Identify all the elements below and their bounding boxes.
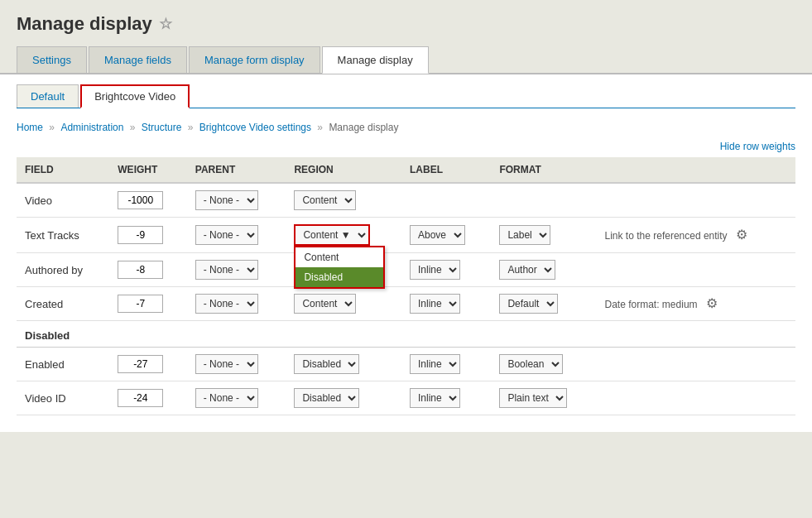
breadcrumb-sep-4: » — [317, 122, 325, 133]
region-select-created[interactable]: Content — [294, 294, 356, 314]
tab-default[interactable]: Default — [17, 84, 79, 108]
gear-icon-created[interactable]: ⚙ — [706, 296, 718, 310]
parent-text-tracks: - None - — [187, 218, 286, 253]
format-select-created[interactable]: Default — [499, 294, 558, 314]
label-select-authored-by[interactable]: Inline — [410, 260, 460, 280]
table-row: Created - None - Content — [17, 287, 795, 321]
weight-input-authored-by[interactable] — [118, 261, 163, 279]
label-select-created[interactable]: Inline — [410, 294, 460, 314]
col-extra — [597, 157, 795, 183]
weight-input-text-tracks[interactable] — [118, 226, 163, 244]
format-created: Default — [491, 287, 596, 321]
col-label: LABEL — [401, 157, 491, 183]
tab-brightcove-video[interactable]: Brightcove Video — [80, 84, 190, 108]
label-select-text-tracks[interactable]: Above — [410, 225, 465, 245]
tab-settings[interactable]: Settings — [17, 46, 87, 73]
disabled-label: Disabled — [17, 321, 795, 348]
extra-enabled — [597, 348, 795, 381]
extra-video-id — [597, 381, 795, 415]
region-dropdown-text-tracks: Content ▼ Content Disabled — [294, 224, 370, 246]
format-authored-by: Author — [491, 253, 596, 287]
extra-authored-by — [597, 253, 795, 287]
breadcrumb-current: Manage display — [329, 122, 398, 133]
tab-manage-display[interactable]: Manage display — [322, 46, 429, 74]
parent-select-video-id[interactable]: - None - — [195, 388, 258, 408]
gear-icon-text-tracks[interactable]: ⚙ — [736, 228, 747, 242]
parent-authored-by: - None - — [187, 253, 286, 287]
weight-input-video[interactable] — [118, 191, 163, 209]
region-video-id: Disabled — [286, 381, 401, 415]
parent-select-text-tracks[interactable]: - None - — [195, 225, 258, 245]
breadcrumb-administration[interactable]: Administration — [60, 122, 123, 133]
page-title-text: Manage display — [17, 13, 152, 35]
page-wrapper: Manage display ☆ Settings Manage fields … — [0, 0, 812, 518]
weight-input-video-id[interactable] — [118, 389, 163, 407]
breadcrumb-sep-2: » — [130, 122, 138, 133]
col-parent: PARENT — [187, 157, 286, 183]
label-select-video-id[interactable]: Inline — [410, 388, 460, 408]
parent-select-created[interactable]: - None - — [195, 294, 258, 314]
format-text-tracks: Label — [491, 218, 596, 253]
field-enabled: Enabled — [17, 348, 109, 381]
field-created: Created — [17, 287, 109, 321]
region-enabled: Disabled — [286, 348, 401, 381]
field-text-tracks: Text Tracks — [17, 218, 109, 253]
weight-authored-by — [109, 253, 186, 287]
col-format: FORMAT — [491, 157, 596, 183]
parent-select-enabled[interactable]: - None - — [195, 354, 258, 374]
tab-manage-form-display[interactable]: Manage form display — [189, 46, 320, 73]
extra-created: Date format: medium ⚙ — [597, 287, 795, 321]
label-text-tracks: Above — [401, 218, 491, 253]
region-text-tracks: Content ▼ Content Disabled — [286, 218, 401, 253]
region-select-enabled[interactable]: Disabled — [294, 354, 359, 374]
extra-text-link: Link to the referenced entity — [605, 230, 728, 242]
label-select-enabled[interactable]: Inline — [410, 354, 460, 374]
secondary-tabs: Default Brightcove Video — [17, 74, 795, 108]
dropdown-option-content[interactable]: Content — [295, 247, 383, 267]
format-enabled: Boolean — [491, 348, 596, 381]
breadcrumb-structure[interactable]: Structure — [142, 122, 182, 133]
page-title: Manage display ☆ — [17, 13, 795, 35]
breadcrumb-home[interactable]: Home — [17, 122, 43, 133]
field-video-id: Video ID — [17, 381, 109, 415]
parent-enabled: - None - — [187, 348, 286, 381]
extra-created-text: Date format: medium — [605, 299, 698, 310]
format-select-enabled[interactable]: Boolean — [499, 354, 563, 374]
breadcrumb-brightcove-settings[interactable]: Brightcove Video settings — [199, 122, 311, 133]
field-video: Video — [17, 183, 109, 218]
weight-input-enabled[interactable] — [118, 355, 163, 373]
tab-manage-fields[interactable]: Manage fields — [89, 46, 187, 73]
table-row: Enabled - None - Disabled — [17, 348, 795, 381]
extra-text-tracks: Link to the referenced entity ⚙ — [597, 218, 795, 253]
region-dropdown-popup: Content Disabled — [294, 246, 385, 289]
format-video — [491, 183, 596, 218]
field-authored-by: Authored by — [17, 253, 109, 287]
table-header-row: FIELD WEIGHT PARENT REGION LABEL FORMAT — [17, 157, 795, 183]
format-select-authored-by[interactable]: Author — [499, 260, 555, 280]
hide-weights-container: Hide row weights — [17, 140, 795, 152]
parent-video: - None - — [187, 183, 286, 218]
disabled-section-header: Disabled — [17, 321, 795, 348]
parent-select-video[interactable]: - None - — [195, 190, 258, 210]
region-select-video[interactable]: Content — [294, 190, 356, 210]
parent-select-authored-by[interactable]: - None - — [195, 260, 258, 280]
label-created: Inline — [401, 287, 491, 321]
label-video — [401, 183, 491, 218]
dropdown-option-disabled[interactable]: Disabled — [295, 267, 383, 287]
label-enabled: Inline — [401, 348, 491, 381]
format-select-text-tracks[interactable]: Label — [499, 225, 550, 245]
fields-table: FIELD WEIGHT PARENT REGION LABEL FORMAT … — [17, 157, 795, 415]
primary-tabs: Settings Manage fields Manage form displ… — [0, 46, 812, 74]
region-select-video-id[interactable]: Disabled — [294, 388, 359, 408]
region-created: Content — [286, 287, 401, 321]
hide-row-weights-link[interactable]: Hide row weights — [720, 141, 795, 152]
favorite-star-icon[interactable]: ☆ — [159, 15, 172, 33]
extra-video — [597, 183, 795, 218]
page-title-bar: Manage display ☆ — [0, 0, 812, 43]
breadcrumb-sep-3: » — [188, 122, 196, 133]
format-select-video-id[interactable]: Plain text — [499, 388, 567, 408]
region-video: Content — [286, 183, 401, 218]
table-row: Video ID - None - Disabled — [17, 381, 795, 415]
region-select-text-tracks[interactable]: Content ▼ — [294, 224, 370, 246]
weight-input-created[interactable] — [118, 295, 163, 313]
